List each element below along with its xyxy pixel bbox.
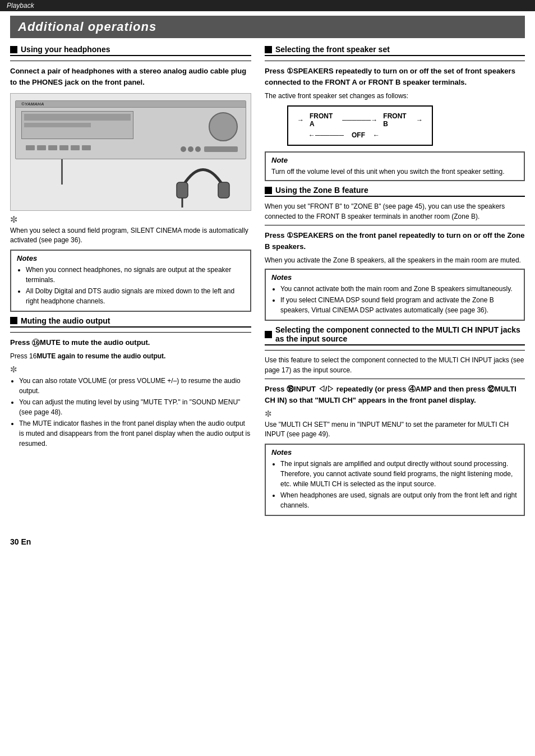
headphones-note-2: All Dolby Digital and DTS audio signals … (26, 286, 245, 306)
multi-ch-heading-text: Selecting the component connected to the… (275, 325, 525, 343)
square-icon-4 (265, 187, 272, 194)
zone-b-notes-box: Notes You cannot activate both the main … (265, 269, 525, 321)
diagram-off: OFF (352, 131, 365, 139)
headphones-heading: Using your headphones (10, 45, 251, 56)
circle-16: 16 (32, 339, 40, 347)
tip-icon: ✼ (10, 214, 251, 225)
front-speaker-note-text: Turn off the volume level of this unit w… (271, 167, 518, 177)
right-column: Selecting the front speaker set Press ①S… (265, 45, 525, 520)
svg-rect-0 (177, 182, 188, 198)
headphones-heading-text: Using your headphones (21, 45, 110, 54)
front-speaker-diagram: → FRONT A ──────→ FRONT B → ←────── OFF … (287, 105, 433, 146)
headphones-tip-text: When you select a sound field program, S… (10, 226, 251, 245)
mute-press-label: Press 16MUTE to mute the audio output. (10, 337, 251, 348)
section-divider-2 (10, 332, 251, 333)
square-icon (10, 46, 17, 53)
front-speaker-normal-text: The active front speaker set changes as … (265, 91, 525, 101)
diagram-row-2: ←────── OFF ← (297, 131, 423, 139)
mute-resume-bold: MUTE again to resume the audio output. (36, 352, 165, 360)
diagram-row-1: → FRONT A ──────→ FRONT B → (297, 112, 423, 128)
page-title: Additional operations (18, 20, 156, 34)
multi-ch-note-1: The input signals are amplified and outp… (280, 459, 518, 489)
zone-b-note-2: If you select CINEMA DSP sound field pro… (280, 295, 518, 315)
multi-ch-notes-title: Notes (271, 448, 518, 457)
headphones-svg (172, 151, 234, 208)
zone-b-note-1: You cannot activate both the main room a… (280, 284, 518, 294)
mute-tip-3: The MUTE indicator flashes in the front … (19, 418, 251, 449)
multi-ch-notes-list: The input signals are amplified and outp… (271, 459, 518, 510)
multi-ch-tip-text: Use "MULTI CH SET" menu in "INPUT MENU" … (265, 420, 525, 439)
header-label: Playback (7, 2, 34, 10)
section-divider-4 (265, 225, 525, 225)
multi-ch-notes-box: Notes The input signals are amplified an… (265, 444, 525, 516)
zone-b-notes-title: Notes (271, 273, 518, 282)
two-column-layout: Using your headphones Connect a pair of … (10, 45, 525, 520)
page-container: Additional operations Using your headpho… (0, 11, 535, 532)
page-title-box: Additional operations (10, 16, 525, 38)
zone-b-intro: When you set "FRONT B" to "ZONE B" (see … (265, 201, 525, 222)
section-divider-5 (265, 350, 525, 351)
mute-press-text: MUTE to mute the audio output. (40, 338, 150, 347)
headphones-notes-list: When you connect headphones, no signals … (17, 265, 245, 306)
section-divider (10, 61, 251, 61)
front-speaker-heading-text: Selecting the front speaker set (275, 45, 390, 54)
headphones-note-1: When you connect headphones, no signals … (26, 265, 245, 285)
page-number: 30 En (10, 537, 31, 546)
zone-b-heading-text: Using the Zone B feature (275, 186, 368, 195)
square-icon-2 (10, 317, 17, 324)
mute-tip-star: ✼ (10, 365, 251, 375)
square-icon-5 (265, 331, 272, 338)
headphones-intro: Connect a pair of headphones with a ster… (10, 66, 251, 87)
multi-ch-press-bold: Press ⑱INPUT ◁/▷ repeatedly (or press ④A… (265, 384, 525, 405)
zone-b-notes-list: You cannot activate both the main room a… (271, 284, 518, 315)
multi-ch-note-2: When headphones are used, signals are ou… (280, 490, 518, 510)
front-speaker-press-bold: Press ①SPEAKERS repeatedly to turn on or… (265, 66, 525, 87)
front-speaker-heading: Selecting the front speaker set (265, 45, 525, 56)
multi-ch-heading: Selecting the component connected to the… (265, 325, 525, 345)
mute-resume-text: Press 16MUTE again to resume the audio o… (10, 351, 251, 361)
circle-16b: 16 (29, 352, 36, 360)
page-header: Playback (0, 0, 535, 11)
left-column: Using your headphones Connect a pair of … (10, 45, 251, 520)
device-illustration: ©YAMAHA (10, 93, 251, 211)
svg-rect-1 (218, 182, 229, 198)
diagram-front-b: FRONT B (383, 112, 411, 128)
muting-heading: Muting the audio output (10, 316, 251, 328)
front-speaker-note-title: Note (271, 156, 518, 164)
front-speaker-note-box: Note Turn off the volume level of this u… (265, 151, 525, 181)
page-footer: 30 En (0, 532, 535, 550)
mute-tip-2: You can adjust the muting level by using… (19, 397, 251, 417)
multi-ch-intro: Use this feature to select the component… (265, 355, 525, 375)
multi-ch-tip-star: ✼ (265, 409, 525, 419)
zone-b-press-bold: Press ①SPEAKERS on the front panel repea… (265, 230, 525, 252)
muting-heading-text: Muting the audio output (21, 316, 110, 325)
section-divider-3 (265, 61, 525, 61)
zone-b-heading: Using the Zone B feature (265, 186, 525, 197)
headphones-notes-title: Notes (17, 254, 245, 262)
section-divider-6 (265, 379, 525, 379)
mute-tip-bullets: You can also rotate VOLUME (or press VOL… (10, 376, 251, 449)
headphones-notes-box: Notes When you connect headphones, no si… (10, 250, 251, 312)
square-icon-3 (265, 46, 272, 53)
zone-b-normal-text: When you activate the Zone B speakers, a… (265, 255, 525, 265)
diagram-front-a: FRONT A (310, 112, 336, 128)
mute-tip-1: You can also rotate VOLUME (or press VOL… (19, 376, 251, 396)
